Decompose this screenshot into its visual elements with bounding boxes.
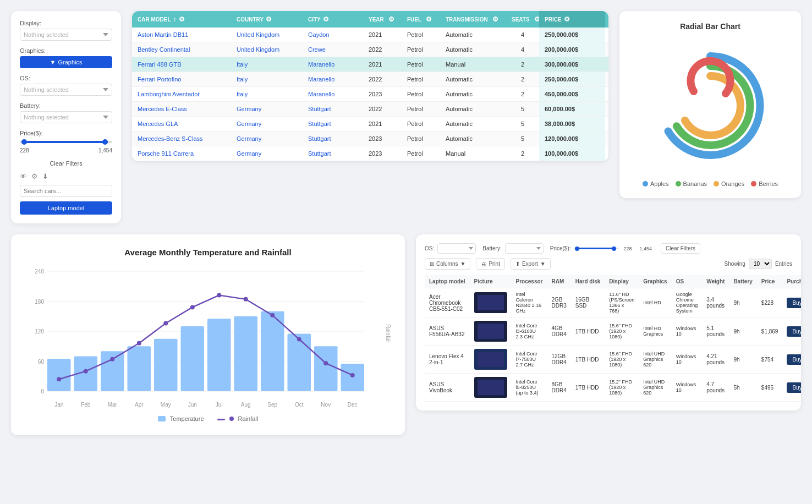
car-seats-cell: 2 — [506, 57, 539, 72]
radial-chart-legend: Apples Bananas Oranges Berries — [643, 180, 778, 187]
showing-count-select[interactable]: 10 25 50 — [749, 259, 772, 269]
clear-filters-btn[interactable]: Clear Filters — [20, 160, 112, 167]
car-table-row: Ferrari 488 GTB Italy Maranello 2021 Pet… — [132, 57, 608, 72]
car-year-cell: 2022 — [363, 102, 402, 116]
laptop-model-button[interactable]: Laptop model — [20, 201, 112, 215]
temperature-dot — [137, 341, 141, 346]
legend-label-oranges: Oranges — [721, 180, 744, 187]
lt-price-min: 228 — [624, 246, 632, 251]
lt-price-thumb-min[interactable] — [575, 246, 579, 251]
lt-price-thumb-max[interactable] — [612, 246, 616, 251]
lt-price-range-track — [574, 248, 618, 249]
car-fuel-cell: Petrol — [402, 117, 440, 131]
lt-graphics-cell: Intel HD Graphics — [639, 317, 671, 346]
showing-info: Showing 10 25 50 Entries — [725, 259, 792, 269]
lt-clear-filters-btn[interactable]: Clear Filters — [661, 243, 700, 254]
laptop-table-row: Acer Chromebook CB5-551-C02 Intel Celero… — [425, 288, 801, 317]
year-settings-icon[interactable]: ⚙ — [388, 15, 394, 23]
trans-settings-icon[interactable]: ⚙ — [492, 15, 498, 23]
search-input[interactable] — [20, 185, 112, 197]
export-button[interactable]: ⬆ Export ▼ — [511, 258, 551, 270]
car-table-row: Mercedes E-Class Germany Stuttgart 2022 … — [132, 102, 608, 117]
fuel-settings-icon[interactable]: ⚙ — [426, 15, 432, 23]
legend-label-bananas: Bananas — [683, 180, 707, 187]
svg-text:0: 0 — [41, 388, 44, 395]
rainfall-bar — [47, 359, 71, 391]
car-model-settings-icon[interactable]: ⚙ — [179, 15, 185, 23]
svg-text:Aug: Aug — [241, 402, 251, 408]
display-select[interactable]: Nothing selected — [20, 29, 112, 41]
filter-panel: Display: Nothing selected Graphics: ▼ Gr… — [11, 11, 121, 223]
country-settings-icon[interactable]: ⚙ — [266, 15, 272, 23]
graphics-button[interactable]: ▼ Graphics — [20, 56, 112, 68]
lt-model-cell: Lenovo Flex 4 2-in-1 — [425, 346, 470, 374]
svg-text:Sep: Sep — [267, 402, 277, 408]
download-icon[interactable]: ⬇ — [42, 172, 48, 180]
price-label: Price($): — [20, 130, 112, 136]
os-select[interactable]: Nothing selected — [20, 84, 112, 96]
lt-purchase-cell: Buy now — [782, 346, 801, 374]
svg-text:Jul: Jul — [216, 402, 223, 408]
lt-price-cell: $754 — [757, 346, 783, 374]
battery-select[interactable]: Nothing selected — [20, 111, 112, 123]
car-city-cell: Maranello — [303, 87, 363, 101]
price-thumb-min[interactable] — [21, 139, 27, 145]
car-trans-cell: Automatic — [440, 87, 506, 101]
lt-price-max: 1,454 — [640, 246, 652, 251]
radial-chart-panel: Radial Bar Chart Apples Bananas — [619, 11, 801, 198]
car-seats-cell: 5 — [506, 102, 539, 116]
buy-now-button[interactable]: Buy now — [787, 298, 801, 308]
city-settings-icon[interactable]: ⚙ — [323, 15, 329, 23]
display-label: Display: — [20, 20, 112, 26]
svg-text:60: 60 — [38, 359, 45, 365]
car-price-cell: 250,000.00$ — [539, 72, 605, 86]
lt-picture-cell — [470, 346, 512, 374]
lt-hdd-cell: 1TB HDD — [571, 346, 605, 374]
legend-rainfall: Rainfall — [217, 415, 259, 422]
car-trans-cell: Manual — [440, 146, 506, 161]
legend-rainfall-label: Rainfall — [238, 415, 259, 422]
print-button[interactable]: 🖨 Print — [476, 258, 505, 270]
th-graphics: Graphics — [639, 275, 671, 288]
laptop-toolbar: ⊞ Columns ▼ 🖨 Print ⬆ Export ▼ Showing 1… — [425, 258, 792, 270]
export-icon: ⬆ — [515, 261, 520, 267]
th-car-model: CAR MODEL ↕ ⚙ — [132, 11, 231, 28]
print-icon: 🖨 — [481, 261, 486, 267]
lt-hdd-cell: 1TB HDD — [571, 317, 605, 346]
lt-model-cell: ASUS F556UA-AB32 — [425, 317, 470, 346]
temperature-dot — [323, 361, 328, 365]
lt-os-cell: Google Chrome Operating System — [672, 288, 703, 317]
car-model-cell: Mercedes-Benz S-Class — [132, 132, 231, 146]
columns-button[interactable]: ⊞ Columns ▼ — [425, 258, 470, 270]
car-year-cell: 2022 — [363, 72, 402, 86]
price-settings-icon[interactable]: ⚙ — [564, 15, 570, 23]
lt-processor-cell: Intel Core i7-7500U 2.7 GHz — [512, 346, 547, 374]
lt-os-cell: Windows 10 — [672, 374, 703, 402]
lt-battery-cell: 9h — [729, 317, 756, 346]
car-city-cell: Crewe — [303, 42, 363, 57]
buy-now-button[interactable]: Buy now — [787, 354, 801, 365]
lt-display-cell: 15.6" FHD (1920 x 1080) — [605, 317, 639, 346]
car-year-cell: 2023 — [363, 132, 402, 146]
lt-battery-select[interactable] — [505, 243, 544, 254]
price-thumb-max[interactable] — [102, 139, 108, 145]
lt-model-cell: ASUS VivoBook — [425, 374, 470, 402]
buy-now-button[interactable]: Buy now — [787, 326, 801, 337]
lt-display-cell: 11.6" HD (PS/Screen 1366 x 768) — [605, 288, 639, 317]
lt-battery-cell: 9h — [729, 346, 756, 374]
th-display: Display — [605, 275, 639, 288]
legend-rainfall-dot — [229, 417, 234, 421]
car-city-cell: Gaydon — [303, 28, 363, 42]
lt-weight-cell: 5.1 pounds — [702, 317, 729, 346]
lt-os-select[interactable] — [437, 243, 476, 254]
laptop-table: Laptop model Picture Processor RAM Hard … — [425, 275, 801, 402]
lt-price-cell: $495 — [757, 374, 783, 402]
legend-temp-label: Temperature — [170, 415, 204, 422]
legend-berries: Berries — [751, 180, 778, 187]
settings-icon[interactable]: ⚙ — [31, 172, 38, 180]
car-city-cell: Maranello — [303, 57, 363, 72]
car-model-sort-icon[interactable]: ↕ — [173, 15, 177, 23]
eye-icon[interactable]: 👁 — [20, 172, 27, 180]
legend-dot-apples — [643, 181, 648, 187]
buy-now-button[interactable]: Buy now — [787, 382, 801, 393]
